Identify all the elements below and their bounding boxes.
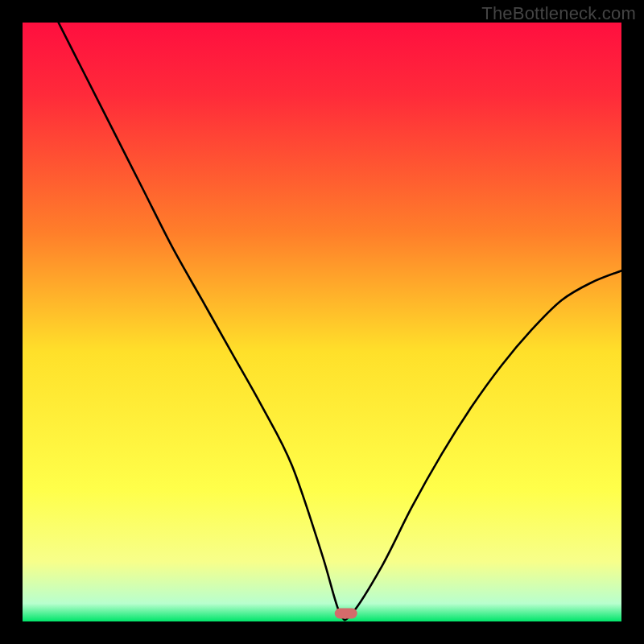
- gradient-background: [23, 23, 621, 621]
- optimal-marker: [335, 609, 357, 619]
- plot-area: [23, 23, 621, 621]
- chart-svg: [23, 23, 621, 621]
- watermark-text: TheBottleneck.com: [481, 3, 636, 24]
- chart-frame: TheBottleneck.com: [0, 0, 644, 644]
